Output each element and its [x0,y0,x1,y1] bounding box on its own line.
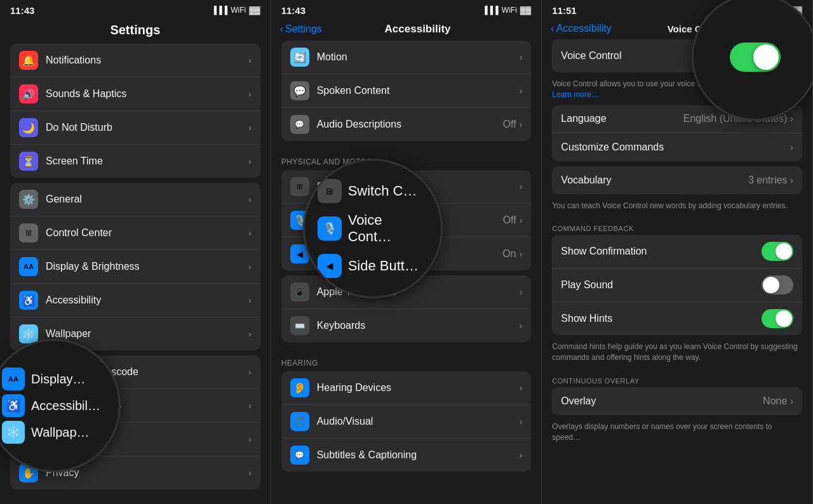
row-hearingdevices[interactable]: 👂 Hearing Devices › [281,371,532,405]
back-button-2[interactable]: ‹ Settings [280,23,322,35]
row-spoken[interactable]: 💬 Spoken Content › [281,74,532,108]
section-hearing: HEARING [271,347,542,371]
language-label: Language [561,113,683,124]
screentime-icon: ⏳ [19,152,38,171]
switchcontrol-icon: ⊞ [290,177,309,196]
chevron-audiovisual: › [520,416,523,427]
showhints-thumb [776,310,792,327]
accessibility-icon: ♿ [19,291,38,310]
showconfirmation-toggle[interactable] [762,242,793,261]
row-motion[interactable]: 🔄 Motion › [281,41,532,74]
appletvremote-icon: 📱 [290,282,309,302]
row-controlcenter[interactable]: ⊞ Control Center › [10,216,260,250]
mag1-display-icon: AA [2,368,25,390]
row-dnd[interactable]: 🌙 Do Not Disturb › [10,111,260,145]
vocab-desc: You can teach Voice Control new words by… [542,199,812,216]
chevron-battery: › [248,434,252,444]
chevron-keyboards: › [520,321,523,331]
mag2-side-icon: ◀ [318,254,342,278]
spoken-icon: 💬 [290,81,309,100]
group-hearing: 👂 Hearing Devices › 🎵 Audio/Visual › 💬 S… [281,371,532,472]
status-icons-2: ▐▐▐ WiFi ▓▓ [482,6,531,15]
spoken-label: Spoken Content [317,85,520,96]
chevron-privacy: › [248,468,252,478]
mag2-row-voicecont: 🎙️ Voice Cont… [318,209,428,248]
voicecontrol-value: Off [503,215,516,226]
status-bar-2: 11:43 ▐▐▐ WiFi ▓▓ [271,0,542,19]
dnd-label: Do Not Disturb [46,122,248,133]
group-vc-overlay: Overlay None › [552,387,802,415]
time-3: 11:51 [552,5,576,16]
magnifier-2: ⊞ Switch C… 🎙️ Voice Cont… ◀ Side Butt… [303,159,443,298]
mag1-wallpaper-icon: ❄️ [2,421,25,444]
audiodesc-value: Off [503,119,516,130]
toggle-large-vc[interactable] [730,43,781,72]
chevron-language: › [790,114,793,124]
row-general[interactable]: ⚙️ General › [10,183,260,216]
chevron-screentime: › [248,156,252,166]
row-overlay[interactable]: Overlay None › [552,387,802,415]
row-display[interactable]: AA Display & Brightness › [10,250,260,284]
panel-voicecontrol: 11:51 ▐▐▐ WiFi ▓▓ ‹ Accessibility Voice … [542,0,813,504]
battery2-icon: ▓▓ [520,6,532,15]
nav-title-2: Accessibility [322,23,514,36]
chevron-accessibility: › [248,295,252,305]
vocabulary-value: 3 entries [748,175,787,186]
showconfirmation-thumb [776,243,792,260]
row-sounds[interactable]: 🔊 Sounds & Haptics › [10,77,260,111]
wallpaper-label: Wallpaper [46,328,248,340]
audiovisual-icon: 🎵 [290,412,309,431]
row-vocabulary[interactable]: Vocabulary 3 entries › [552,166,802,194]
showhints-toggle[interactable] [762,309,793,328]
display-icon: AA [19,257,38,276]
mag1-display-label: Display… [31,372,86,387]
chevron-switchcontrol: › [520,182,523,192]
section-feedback: COMMAND FEEDBACK [542,216,812,235]
toggle-large-thumb [753,44,779,70]
chevron-spoken: › [520,86,523,96]
row-notifications[interactable]: 🔔 Notifications › [10,44,260,77]
settings-group-general: ⚙️ General › ⊞ Control Center › AA Displ… [10,183,260,350]
mag2-side-label: Side Butt… [348,258,419,274]
learn-more-link[interactable]: Learn more… [552,90,598,99]
hints-desc: Command hints help guide you as you lear… [542,340,812,368]
mag1-row-wallpaper: ❄️ Wallpap… [2,421,106,444]
notifications-label: Notifications [46,55,248,66]
panel-settings: 11:43 ▐▐▐ WiFi ▓▓ Settings 🔔 Notificatio… [0,0,271,504]
settings-group-main: 🔔 Notifications › 🔊 Sounds & Haptics › 🌙… [10,44,260,178]
row-accessibility[interactable]: ♿ Accessibility › [10,284,260,317]
audiovisual-label: Audio/Visual [317,416,520,427]
row-playsound[interactable]: Play Sound [552,269,802,302]
row-showconfirmation[interactable]: Show Confirmation [552,235,802,269]
sounds-icon: 🔊 [19,84,38,103]
hearingdevices-label: Hearing Devices [317,382,520,394]
row-customize[interactable]: Customize Commands › [552,133,802,161]
row-keyboards[interactable]: ⌨️ Keyboards › [281,309,532,342]
back-button-3[interactable]: ‹ Accessibility [551,23,611,34]
row-showhints[interactable]: Show Hints [552,302,802,335]
group-vision: 🔄 Motion › 💬 Spoken Content › 💬 Audio De… [281,41,532,141]
signal-icon: ▐▐▐ [212,6,228,15]
row-screentime[interactable]: ⏳ Screen Time › [10,145,260,178]
notifications-icon: 🔔 [19,51,38,70]
accessibility-label: Accessibility [46,295,248,306]
chevron-overlay: › [790,396,793,406]
playsound-toggle[interactable] [762,275,793,295]
chevron-audiodesc: › [520,119,523,129]
page-title-1: Settings [0,19,271,44]
sounds-label: Sounds & Haptics [46,88,248,100]
chevron-controlcenter: › [248,228,252,238]
customize-label: Customize Commands [561,142,790,153]
mag1-row-accessibility: ♿ Accessibil… [2,394,106,417]
subtitles-icon: 💬 [290,446,309,465]
row-subtitles[interactable]: 💬 Subtitles & Captioning › [281,439,532,472]
row-audiovisual[interactable]: 🎵 Audio/Visual › [281,405,532,439]
overlay-desc: Overlays display numbers or names over y… [542,420,812,448]
wallpaper-icon: ❄️ [19,324,38,343]
sidebutton-value: On [502,248,516,260]
row-audiodesc[interactable]: 💬 Audio Descriptions Off › [281,108,532,141]
controlcenter-icon: ⊞ [19,223,38,242]
signal2-icon: ▐▐▐ [482,6,499,15]
wifi-icon: WiFi [231,6,246,15]
wifi2-icon: WiFi [502,6,517,15]
